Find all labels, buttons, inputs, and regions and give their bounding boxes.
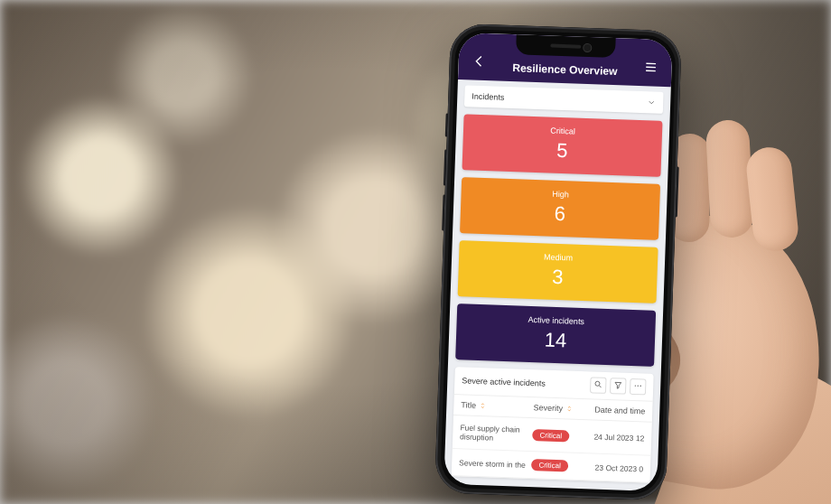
svg-point-3 (640, 386, 640, 387)
card-high-value: 6 (460, 199, 659, 229)
card-active-value: 14 (456, 325, 656, 356)
sort-icon (479, 402, 486, 409)
phone-screen: Resilience Overview Incidents Critical (444, 33, 672, 491)
card-medium[interactable]: Medium 3 (458, 240, 658, 303)
background-vignette (0, 0, 831, 504)
column-title-label: Title (461, 400, 476, 410)
column-severity[interactable]: Severity (534, 403, 584, 414)
chevron-down-icon (647, 98, 656, 107)
cell-severity: Critical (532, 425, 583, 445)
card-critical[interactable]: Critical 5 (462, 114, 662, 177)
cell-datetime: 24 Jul 2023 12 (583, 427, 645, 447)
category-dropdown[interactable]: Incidents (464, 85, 664, 114)
card-high[interactable]: High 6 (460, 177, 660, 240)
cell-datetime: 23 Oct 2023 0 (582, 461, 643, 474)
column-title[interactable]: Title (461, 400, 534, 412)
cell-severity: Critical (531, 459, 582, 472)
hamburger-icon (643, 60, 658, 79)
column-datetime-label: Date and time (594, 406, 645, 416)
severity-badge: Critical (531, 459, 568, 471)
cell-title: Fuel supply chain disruption (460, 423, 533, 443)
svg-point-2 (638, 385, 639, 386)
more-button[interactable] (630, 378, 647, 396)
page-title: Resilience Overview (489, 61, 640, 79)
back-button[interactable] (469, 52, 490, 73)
panel-title: Severe active incidents (462, 376, 586, 389)
svg-point-1 (635, 385, 636, 386)
card-active-incidents[interactable]: Active incidents 14 (455, 303, 656, 367)
column-datetime[interactable]: Date and time (584, 405, 645, 415)
card-medium-value: 3 (458, 262, 658, 293)
search-icon (593, 379, 602, 390)
incidents-panel: Severe active incidents (452, 367, 654, 483)
card-critical-value: 5 (462, 135, 662, 166)
phone-device: Resilience Overview Incidents Critical (434, 23, 682, 501)
phone-notch (516, 34, 616, 58)
svg-point-0 (595, 381, 600, 386)
sort-icon (565, 405, 573, 412)
search-button[interactable] (590, 377, 607, 394)
menu-button[interactable] (640, 59, 661, 79)
arrow-left-icon (472, 54, 487, 73)
cell-title: Severe storm in the (459, 456, 532, 471)
column-severity-label: Severity (534, 403, 564, 413)
severity-badge: Critical (532, 429, 569, 442)
table-row[interactable]: Severe storm in the Critical 23 Oct 2023… (452, 449, 651, 483)
dropdown-selected-label: Incidents (472, 92, 504, 102)
filter-icon (613, 380, 622, 391)
ellipsis-icon (633, 381, 642, 392)
filter-button[interactable] (610, 378, 627, 395)
